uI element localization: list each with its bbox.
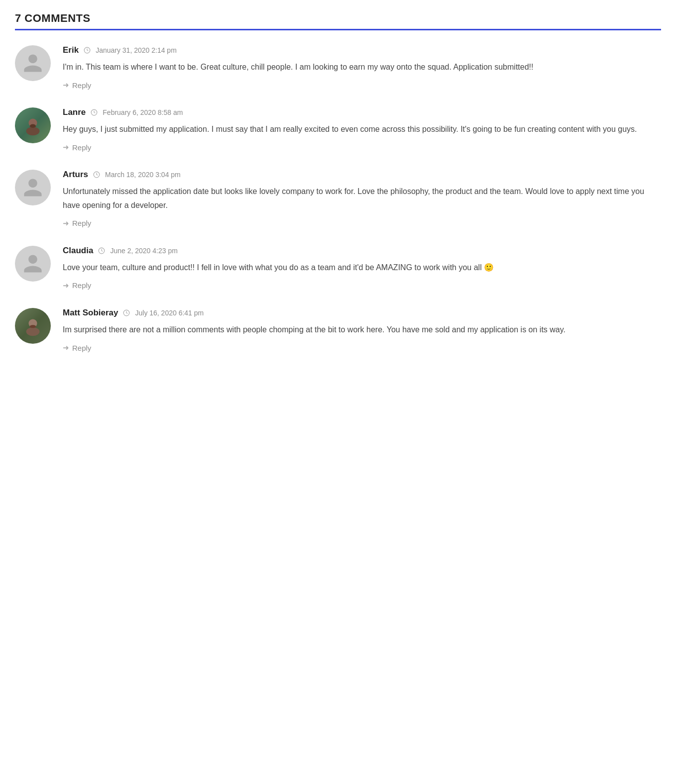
comment-item: ErikJanuary 31, 2020 2:14 pmI'm in. This… (15, 45, 661, 90)
svg-point-8 (26, 327, 40, 336)
clock-svg (91, 109, 98, 116)
clock-icon (84, 47, 91, 54)
avatar (15, 170, 51, 205)
header-divider (15, 29, 661, 30)
emoji-icon: 🙂 (484, 263, 494, 272)
clock-icon (91, 109, 98, 116)
clock-svg (84, 47, 91, 54)
reply-button[interactable]: ➜Reply (63, 281, 91, 290)
reply-arrow-icon: ➜ (63, 81, 69, 90)
comment-body: ArtursMarch 18, 2020 3:04 pmUnfortunatel… (63, 170, 661, 227)
clock-svg (98, 247, 105, 254)
avatar (15, 45, 51, 81)
user-avatar-icon (22, 253, 44, 275)
comment-text: Hey guys, I just submitted my applicatio… (63, 122, 661, 136)
user-avatar-icon (22, 315, 44, 337)
comment-author: Claudia (63, 246, 93, 256)
comment-body: ErikJanuary 31, 2020 2:14 pmI'm in. This… (63, 45, 661, 90)
comment-author: Lanre (63, 107, 86, 117)
comment-timestamp: June 2, 2020 4:23 pm (110, 247, 177, 255)
comment-author: Arturs (63, 170, 88, 180)
reply-button[interactable]: ➜Reply (63, 143, 91, 152)
clock-svg (93, 171, 100, 178)
svg-point-9 (30, 325, 36, 328)
reply-button[interactable]: ➜Reply (63, 219, 91, 228)
user-avatar-icon (22, 114, 44, 136)
comment-text: Love your team, culture and product!! I … (63, 261, 661, 274)
svg-point-3 (30, 124, 36, 128)
reply-arrow-icon: ➜ (63, 343, 69, 352)
comment-meta: ArtursMarch 18, 2020 3:04 pm (63, 170, 661, 180)
comment-body: ClaudiaJune 2, 2020 4:23 pmLove your tea… (63, 246, 661, 290)
reply-label: Reply (72, 344, 91, 352)
comment-text: Unfortunately missed the application dat… (63, 185, 661, 211)
avatar (15, 246, 51, 282)
avatar (15, 308, 51, 344)
reply-button[interactable]: ➜Reply (63, 81, 91, 90)
comment-item: LanreFebruary 6, 2020 8:58 amHey guys, I… (15, 107, 661, 152)
clock-icon (98, 247, 105, 254)
comment-text: Im surprised there are not a million com… (63, 323, 661, 336)
comments-title: 7 COMMENTS (15, 12, 91, 25)
comment-body: Matt SobierayJuly 16, 2020 6:41 pmIm sur… (63, 308, 661, 352)
comment-list: ErikJanuary 31, 2020 2:14 pmI'm in. This… (15, 45, 661, 352)
clock-svg (123, 309, 130, 316)
reply-button[interactable]: ➜Reply (63, 343, 91, 352)
reply-label: Reply (72, 81, 91, 90)
reply-arrow-icon: ➜ (63, 281, 69, 290)
comment-item: Matt SobierayJuly 16, 2020 6:41 pmIm sur… (15, 308, 661, 352)
reply-arrow-icon: ➜ (63, 143, 69, 152)
comment-item: ArtursMarch 18, 2020 3:04 pmUnfortunatel… (15, 170, 661, 227)
comment-meta: ErikJanuary 31, 2020 2:14 pm (63, 45, 661, 55)
comment-body: LanreFebruary 6, 2020 8:58 amHey guys, I… (63, 107, 661, 152)
comment-text: I'm in. This team is where I want to be.… (63, 60, 661, 74)
comment-meta: ClaudiaJune 2, 2020 4:23 pm (63, 246, 661, 256)
comment-timestamp: July 16, 2020 6:41 pm (135, 309, 204, 317)
comments-header: 7 COMMENTS (15, 0, 661, 25)
reply-label: Reply (72, 143, 91, 152)
user-avatar-icon (22, 52, 44, 74)
clock-icon (123, 309, 130, 316)
comment-timestamp: March 18, 2020 3:04 pm (105, 171, 181, 179)
comment-author: Matt Sobieray (63, 308, 118, 318)
comment-timestamp: February 6, 2020 8:58 am (103, 108, 183, 116)
user-avatar-icon (22, 177, 44, 198)
comment-timestamp: January 31, 2020 2:14 pm (96, 46, 177, 54)
clock-icon (93, 171, 100, 178)
svg-point-2 (26, 127, 40, 135)
reply-label: Reply (72, 281, 91, 290)
comment-author: Erik (63, 45, 79, 55)
comments-section: 7 COMMENTS ErikJanuary 31, 2020 2:14 pmI… (15, 0, 661, 352)
reply-arrow-icon: ➜ (63, 219, 69, 228)
comment-meta: LanreFebruary 6, 2020 8:58 am (63, 107, 661, 117)
reply-label: Reply (72, 219, 91, 227)
comment-item: ClaudiaJune 2, 2020 4:23 pmLove your tea… (15, 246, 661, 290)
comment-meta: Matt SobierayJuly 16, 2020 6:41 pm (63, 308, 661, 318)
avatar (15, 107, 51, 143)
